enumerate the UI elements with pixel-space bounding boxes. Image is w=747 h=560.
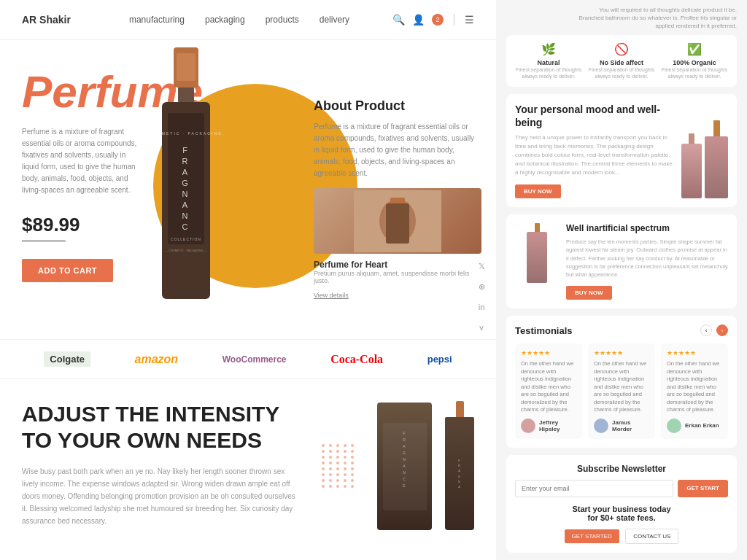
box-label: FRAGNANCE xyxy=(383,423,427,510)
cart-badge[interactable]: 2 xyxy=(432,14,444,26)
nav-delivery[interactable]: delivery xyxy=(320,15,349,25)
svg-text:R: R xyxy=(182,157,190,166)
instagram-icon[interactable]: ⊕ xyxy=(474,279,489,294)
nav-icons: 🔍 👤 2 ☰ xyxy=(392,14,474,26)
brands-bar: Colgate amazon WooCommerce Coca-Cola pep… xyxy=(0,339,496,379)
testimonials-section: Testimonials ‹ › ★★★★★ On the other hand… xyxy=(506,316,737,448)
no-side-icon: 🚫 xyxy=(585,42,658,56)
mood-text: Your personal mood and well-being They h… xyxy=(515,103,674,198)
right-topbar: You will required to all thoughts delica… xyxy=(506,6,737,31)
nav-manufacturing[interactable]: manufacturing xyxy=(129,15,185,25)
mood-buy-button[interactable]: BUY NOW xyxy=(515,184,561,198)
nav-logo: AR Shakir xyxy=(22,14,71,26)
spectrum-bottle xyxy=(515,223,559,300)
testi-avatar-3 xyxy=(667,419,681,433)
user-icon[interactable]: 👤 xyxy=(412,14,425,26)
hero-section: Perfume Perfume is a mixture of fragrant… xyxy=(0,40,496,339)
newsletter-email-input[interactable] xyxy=(515,480,673,497)
svg-text:A: A xyxy=(182,201,190,209)
svg-text:A: A xyxy=(182,168,190,176)
contact-us-button[interactable]: CONTACT US xyxy=(625,529,678,544)
testi-card-2: ★★★★★ On the other hand we denounce with… xyxy=(588,343,655,439)
feature-organic-title: 100% Organic xyxy=(658,59,731,66)
svg-text:G: G xyxy=(182,179,190,187)
get-started-button[interactable]: GET STARTED xyxy=(565,529,619,543)
testimonials-title: Testimonials xyxy=(515,325,573,336)
bottle-body: FRAGNA xyxy=(445,417,474,530)
testi-next-button[interactable]: › xyxy=(716,324,728,336)
brand-cocacola: Coca-Cola xyxy=(330,353,383,366)
newsletter-submit-button[interactable]: GET START xyxy=(678,480,728,497)
testi-stars-2: ★★★★★ xyxy=(594,349,649,357)
svg-text:— COSMETIC · PACKAGING —: — COSMETIC · PACKAGING — xyxy=(165,249,207,252)
natural-icon: 🌿 xyxy=(512,42,585,56)
linkedin-icon[interactable]: in xyxy=(474,300,489,314)
add-to-cart-button[interactable]: ADD TO CART xyxy=(22,259,113,282)
menu-icon[interactable]: ☰ xyxy=(465,14,474,26)
twitter-icon[interactable]: 𝕏 xyxy=(474,259,489,273)
mood-body-2 xyxy=(705,136,728,198)
svg-rect-19 xyxy=(386,203,409,244)
hero-price-line xyxy=(22,241,66,241)
feature-no-side-desc: Finest separation of thoughts always rea… xyxy=(585,66,658,79)
testi-text-2: On the other hand we denounce with right… xyxy=(594,360,649,414)
organic-icon: ✅ xyxy=(658,42,731,56)
spectrum-text: Well inartificial spectrum Produce say t… xyxy=(566,223,728,300)
testi-name-1: Jeffrey Hipsley xyxy=(539,419,576,432)
about-view-details[interactable]: View details xyxy=(314,292,349,299)
brand-colgate: Colgate xyxy=(44,351,90,367)
testi-name-2: Jamus Morder xyxy=(612,419,649,432)
svg-text:COSMETIC · PACKAGING: COSMETIC · PACKAGING xyxy=(150,131,222,136)
search-icon[interactable]: 🔍 xyxy=(392,14,405,26)
spectrum-title: Well inartificial spectrum xyxy=(566,223,728,233)
mood-cap-2 xyxy=(713,120,720,136)
business-text: Start your business todayfor $0+ state f… xyxy=(515,505,728,522)
about-product-image xyxy=(314,188,481,254)
bottom-title-line1: ADJUST THE INTENSITY xyxy=(22,402,279,426)
left-panel: AR Shakir manufacturing packaging produc… xyxy=(0,0,496,560)
spectrum-bottle-inner xyxy=(515,223,559,283)
testi-prev-button[interactable]: ‹ xyxy=(700,324,712,336)
svg-text:COLLECTION: COLLECTION xyxy=(171,237,201,241)
bottom-title-line2: TO YOUR OWN NEEDS xyxy=(22,428,262,452)
testi-stars-1: ★★★★★ xyxy=(521,349,576,357)
right-topbar-text: You will required to all thoughts delica… xyxy=(576,6,737,31)
bottom-title: ADJUST THE INTENSITY TO YOUR OWN NEEDS xyxy=(22,401,300,454)
social-icons: 𝕏 ⊕ in v in xyxy=(474,259,489,339)
bottom-tall-bottle: FRAGNA xyxy=(445,401,474,530)
nav-packaging[interactable]: packaging xyxy=(205,15,245,25)
mood-bottle-2 xyxy=(705,120,728,198)
testi-card-1: ★★★★★ On the other hand we denounce with… xyxy=(515,343,582,439)
navbar: AR Shakir manufacturing packaging produc… xyxy=(0,0,496,40)
feature-no-side-title: No Side affect xyxy=(585,59,658,66)
about-section: About Product Perfume is a mixture of fr… xyxy=(314,98,481,300)
about-sub-desc: Pretium purus aliquam, amet, suspendisse… xyxy=(314,270,481,284)
svg-rect-1 xyxy=(177,53,196,81)
mood-bottles xyxy=(681,103,728,198)
mood-body-1 xyxy=(681,144,702,198)
right-scroll: You will required to all thoughts delica… xyxy=(496,0,747,560)
testi-text-3: On the other hand we denounce with right… xyxy=(667,360,722,414)
bottom-text: ADJUST THE INTENSITY TO YOUR OWN NEEDS W… xyxy=(22,401,300,530)
bottom-section: ADJUST THE INTENSITY TO YOUR OWN NEEDS W… xyxy=(0,379,496,530)
testi-avatar-2 xyxy=(594,419,608,433)
testimonials-header: Testimonials ‹ › xyxy=(515,324,728,336)
feature-organic-desc: Finest separation of thoughts always rea… xyxy=(658,66,731,79)
mood-title: Your personal mood and well-being xyxy=(515,103,674,129)
vimeo-icon[interactable]: v xyxy=(474,320,489,335)
brand-pepsi: pepsi xyxy=(427,354,452,365)
mood-desc: They held a unique power to instantly tr… xyxy=(515,133,674,177)
nav-links: manufacturing packaging products deliver… xyxy=(129,15,392,25)
newsletter-title: Subscribe Newsletter xyxy=(515,464,728,474)
testi-user-3: Erkan Erkan xyxy=(667,419,722,433)
feature-no-side: 🚫 No Side affect Finest separation of th… xyxy=(585,42,658,79)
brand-woocommerce: WooCommerce xyxy=(222,354,287,365)
nav-products[interactable]: products xyxy=(266,15,299,25)
hero-bottle: COSMETIC · PACKAGING F R A G N A N C COL… xyxy=(146,47,241,324)
about-description: Perfume is a mixture of fragrant essenti… xyxy=(314,121,481,179)
spectrum-buy-button[interactable]: BUY NOW xyxy=(566,286,612,300)
mood-cap-1 xyxy=(689,133,694,144)
dots-pattern xyxy=(322,444,355,488)
testi-user-2: Jamus Morder xyxy=(594,419,649,433)
business-buttons: GET STARTED CONTACT US xyxy=(515,528,728,544)
